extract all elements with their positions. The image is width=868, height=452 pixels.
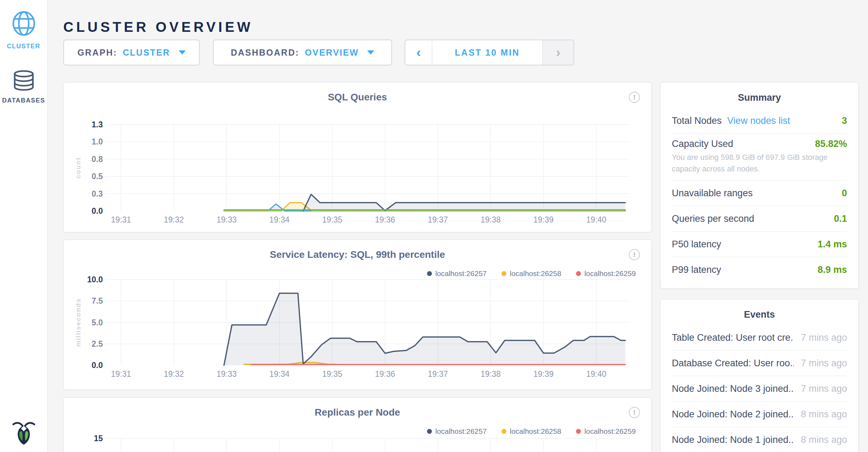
time-range-selector: ‹ LAST 10 MIN › (405, 40, 574, 65)
dashboard-dropdown-label: DASHBOARD: (231, 48, 299, 58)
info-icon[interactable]: ! (629, 92, 640, 103)
chart-title: SQL Queries (64, 92, 651, 103)
summary-row: P99 latency 8.9 ms (672, 257, 847, 282)
service-latency-plot: 0.02.55.07.510.019:3119:3219:3319:3419:3… (76, 271, 640, 388)
svg-text:milliseconds: milliseconds (76, 298, 82, 347)
svg-text:0.0: 0.0 (92, 206, 103, 216)
sidebar-item-label: CLUSTER (7, 43, 41, 50)
capacity-value: 85.82% (815, 139, 847, 149)
event-text: Node Joined: Node 2 joined... (672, 409, 794, 420)
svg-text:19:36: 19:36 (375, 369, 395, 379)
summary-row-value: 0.1 (834, 213, 847, 224)
event-row: Table Created: User root cre... 7 mins a… (672, 325, 847, 351)
total-nodes-value: 3 (842, 115, 847, 126)
sidebar-item-cluster[interactable]: CLUSTER (0, 0, 47, 50)
replicas-per-node-chart-card: Replicas per Node ! localhost:26257local… (63, 397, 652, 452)
svg-text:19:37: 19:37 (428, 215, 448, 224)
graph-dropdown-label: GRAPH: (77, 48, 117, 58)
sidebar-item-databases[interactable]: DATABASES (0, 70, 47, 104)
svg-text:19:31: 19:31 (111, 215, 131, 224)
svg-text:1.3: 1.3 (92, 120, 103, 129)
event-time: 8 mins ago (801, 409, 847, 420)
svg-text:0.3: 0.3 (92, 189, 103, 198)
summary-row: P50 latency 1.4 ms (672, 232, 847, 257)
database-icon (13, 70, 35, 92)
summary-row-label: P50 latency (672, 239, 721, 250)
svg-text:19:40: 19:40 (586, 215, 606, 224)
page-title: CLUSTER OVERVIEW (63, 19, 253, 35)
summary-row-label: Queries per second (672, 213, 754, 224)
controls-bar: GRAPH: CLUSTER DASHBOARD: OVERVIEW ‹ LAS… (63, 40, 574, 65)
svg-text:19:33: 19:33 (216, 369, 237, 379)
svg-text:19:40: 19:40 (586, 369, 606, 379)
event-time: 7 mins ago (801, 358, 847, 369)
svg-text:19:35: 19:35 (322, 369, 342, 379)
view-nodes-list-link[interactable]: View nodes list (727, 115, 790, 126)
svg-text:19:39: 19:39 (533, 215, 554, 224)
event-row: Node Joined: Node 1 joined... 8 mins ago (672, 427, 847, 452)
info-icon[interactable]: ! (629, 407, 640, 418)
svg-text:1.0: 1.0 (92, 137, 103, 146)
event-time: 7 mins ago (801, 332, 847, 343)
summary-row-value: 8.9 ms (818, 264, 847, 275)
event-text: Node Joined: Node 1 joined... (672, 435, 794, 445)
summary-row: Queries per second 0.1 (672, 206, 847, 232)
svg-text:0.8: 0.8 (92, 155, 103, 164)
event-text: Table Created: User root cre... (672, 332, 794, 343)
event-row: Node Joined: Node 2 joined... 8 mins ago (672, 402, 847, 427)
summary-panel: Summary Total NodesView nodes list 3 Cap… (660, 82, 859, 289)
chart-title: Service Latency: SQL, 99th percentile (64, 249, 651, 260)
svg-text:count: count (76, 157, 82, 179)
time-range-prev-button[interactable]: ‹ (405, 40, 432, 65)
chart-title: Replicas per Node (64, 407, 651, 418)
cockroachdb-logo-icon[interactable] (12, 420, 36, 446)
summary-row: Unavailable ranges 0 (672, 181, 847, 206)
svg-text:5.0: 5.0 (92, 318, 103, 327)
svg-text:0.5: 0.5 (92, 172, 103, 181)
svg-text:19:34: 19:34 (269, 215, 290, 224)
summary-row-total-nodes: Total NodesView nodes list 3 (672, 108, 847, 134)
summary-row-value: 0 (842, 188, 847, 199)
chevron-down-icon (367, 50, 374, 55)
total-nodes-label: Total Nodes (672, 115, 722, 126)
globe-icon (12, 10, 36, 38)
svg-text:19:32: 19:32 (164, 369, 184, 379)
service-latency-chart-card: Service Latency: SQL, 99th percentile ! … (63, 240, 652, 390)
capacity-caption: You are using 598.9 GiB of 697.9 GiB sto… (672, 151, 840, 175)
svg-text:19:37: 19:37 (428, 369, 448, 379)
svg-text:19:38: 19:38 (481, 215, 501, 224)
summary-row-label: Unavailable ranges (672, 188, 753, 199)
svg-text:19:32: 19:32 (164, 215, 184, 224)
time-range-next-button[interactable]: › (543, 40, 574, 65)
sql-queries-plot: 0.00.30.50.81.01.319:3119:3219:3319:3419… (76, 113, 640, 231)
event-row: Node Joined: Node 3 joined... 7 mins ago (672, 376, 847, 402)
event-text: Database Created: User roo... (672, 358, 794, 369)
dashboard-dropdown[interactable]: DASHBOARD: OVERVIEW (213, 40, 392, 65)
capacity-label: Capacity Used (672, 139, 733, 149)
summary-row-label: P99 latency (672, 264, 721, 275)
summary-title: Summary (661, 92, 858, 103)
replicas-per-node-plot: 151019:3119:3219:3319:3419:3519:3619:371… (76, 429, 640, 452)
sql-queries-chart-card: SQL Queries ! 0.00.30.50.81.01.319:3119:… (63, 82, 652, 232)
graph-dropdown[interactable]: GRAPH: CLUSTER (63, 40, 200, 65)
events-panel: Events Table Created: User root cre... 7… (660, 299, 859, 452)
summary-row-capacity: Capacity Used 85.82% You are using 598.9… (672, 134, 847, 181)
svg-text:19:39: 19:39 (533, 369, 554, 379)
svg-text:19:36: 19:36 (375, 215, 395, 224)
svg-text:2.5: 2.5 (92, 339, 103, 348)
summary-row-value: 1.4 ms (818, 239, 847, 250)
event-text: Node Joined: Node 3 joined... (672, 383, 794, 394)
svg-text:19:34: 19:34 (269, 369, 290, 379)
event-time: 8 mins ago (801, 435, 847, 445)
svg-text:15: 15 (94, 434, 103, 443)
svg-text:19:38: 19:38 (481, 369, 501, 379)
info-icon[interactable]: ! (629, 249, 640, 260)
dashboard-dropdown-value: OVERVIEW (305, 48, 359, 58)
time-range-label[interactable]: LAST 10 MIN (432, 40, 543, 65)
sidebar-item-label: DATABASES (2, 97, 45, 104)
sidebar: CLUSTER DATABASES (0, 0, 48, 452)
event-row: Database Created: User roo... 7 mins ago (672, 351, 847, 376)
graph-dropdown-value: CLUSTER (123, 48, 170, 58)
svg-text:10.0: 10.0 (87, 275, 103, 284)
svg-text:19:33: 19:33 (216, 215, 237, 224)
